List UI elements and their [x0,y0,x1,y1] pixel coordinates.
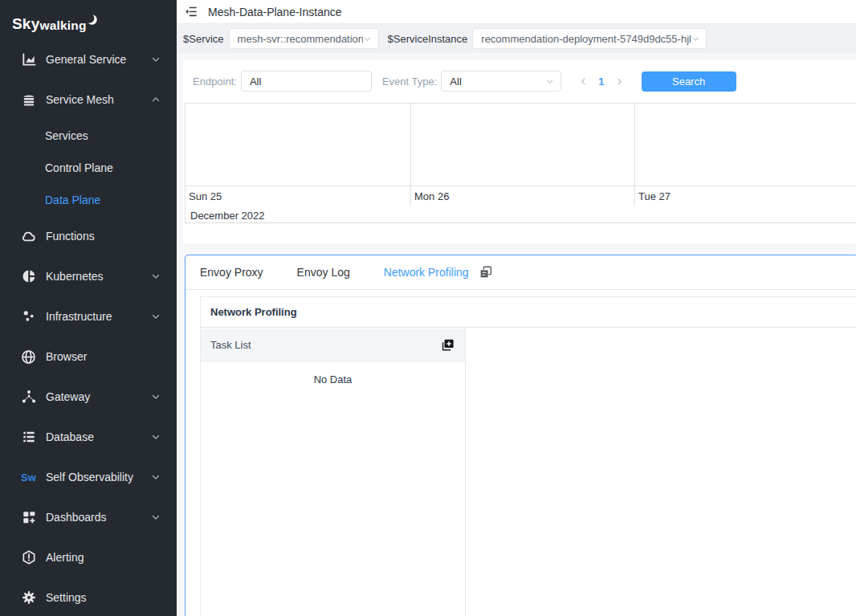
sidebar-item-label: Browser [46,350,87,363]
sidebar-item-label: General Service [46,53,126,66]
chevron-down-icon [151,472,161,482]
selector-bar: $Service mesh-svr::recommendation $Servi… [177,24,856,53]
calendar-month-label: December 2022 [185,206,856,223]
service-instance-label: $ServiceInstance [388,33,468,45]
sidebar-item-label: Gateway [46,390,90,403]
calendar-day-label: Mon 26 [411,186,634,202]
network-nodes-icon [20,389,37,406]
page-number[interactable]: 1 [598,75,604,88]
panel-title: Network Profiling [210,306,297,318]
page-header: Mesh-Data-Plane-Instance [177,0,856,24]
next-page-icon[interactable] [611,72,629,90]
calendar-day-row: Sun 25 Mon 26 Tue 27 [185,186,856,206]
task-list-header: Task List [201,328,465,361]
event-type-label: Event Type: [382,75,437,88]
chevron-down-icon [151,512,161,522]
tabs-bar: Envoy Proxy Envoy Log Network Profiling [185,255,856,290]
service-select[interactable]: mesh-svr::recommendation [229,28,379,49]
panel-title-row: Network Profiling [201,297,856,328]
sidebar-item-kubernetes[interactable]: Kubernetes [0,256,177,296]
sidebar-item-settings[interactable]: Settings [0,577,177,616]
events-calendar: Sun 25 Mon 26 Tue 27 December 2022 [185,103,856,223]
tab-network-profiling[interactable]: Network Profiling [384,266,469,279]
gear-icon [20,589,37,606]
detail-panel: Envoy Proxy Envoy Log Network Profiling … [185,255,856,616]
sidebar-item-services[interactable]: Services [0,120,177,152]
sidebar-item-label: Kubernetes [46,270,104,283]
task-list-title: Task List [210,339,251,351]
collapse-menu-icon[interactable] [185,5,198,18]
empty-state-text: No Data [201,373,465,386]
dashboard-grid-plus-icon [20,509,37,526]
sidebar-item-label: Data Plane [45,194,100,206]
database-rows-icon [20,429,37,446]
skywalking-sw-icon: Sw [20,469,37,486]
event-type-select[interactable]: All [441,71,561,92]
sidebar-item-service-mesh[interactable]: Service Mesh [0,80,177,120]
chevron-down-icon [151,271,161,281]
sidebar-item-gateway[interactable]: Gateway [0,377,177,417]
chevron-down-icon [151,312,161,321]
calendar-cell[interactable] [185,104,411,186]
layers-stack-icon [20,92,37,108]
chevron-down-icon [691,35,699,43]
chart-icon [20,51,37,68]
sidebar-item-control-plane[interactable]: Control Plane [0,152,177,184]
tab-envoy-log[interactable]: Envoy Log [297,266,350,279]
network-profiling-panel: Network Profiling Task List No Data [200,296,856,616]
sidebar-item-functions[interactable]: Functions [0,216,177,256]
dots-cluster-icon [20,308,37,325]
page-title: Mesh-Data-Plane-Instance [208,6,342,18]
service-instance-select[interactable]: recommendation-deployment-5749d9dc55-hjl… [472,28,707,49]
calendar-cell[interactable] [411,104,635,186]
app-logo[interactable]: Skywalking [0,0,177,39]
tab-envoy-proxy[interactable]: Envoy Proxy [200,266,263,279]
globe-icon [20,349,37,365]
endpoint-label: Endpoint: [193,75,237,88]
logo-text-walking: walking [39,18,86,33]
calendar-day-label: Tue 27 [635,186,856,202]
sidebar-item-label: Services [45,129,88,142]
sidebar-item-general-service[interactable]: General Service [0,39,177,80]
service-label: $Service [183,33,224,45]
search-button[interactable]: Search [642,71,736,92]
endpoint-input[interactable]: All [241,71,372,92]
chevron-down-icon [151,55,161,64]
content-area: Endpoint: All Event Type: All 1 [177,53,856,616]
chevron-down-icon [545,77,554,86]
sidebar-item-label: Dashboards [46,511,107,524]
sidebar-item-self-observability[interactable]: Sw Self Observability [0,457,177,497]
calendar-event-row [185,104,856,186]
sidebar-item-label: Self Observability [46,471,133,483]
calendar-cell[interactable] [635,104,856,186]
sidebar-item-dashboards[interactable]: Dashboards [0,497,177,537]
sidebar-item-label: Database [46,430,94,443]
copy-icon[interactable] [479,265,493,279]
crescent-moon-icon [88,14,98,26]
sidebar-item-label: Infrastructure [46,310,112,323]
chevron-down-icon [151,432,161,442]
sidebar-item-browser[interactable]: Browser [0,337,177,377]
filter-row: Endpoint: All Event Type: All 1 [183,60,856,92]
sidebar: Skywalking General Service Service Mesh … [0,0,177,616]
kubernetes-icon [20,268,37,285]
sidebar-item-label: Functions [46,230,95,243]
pagination: 1 [574,72,628,90]
main-area: Mesh-Data-Plane-Instance $Service mesh-s… [177,0,856,616]
chevron-down-icon [363,35,372,43]
sidebar-item-label: Settings [46,591,87,604]
task-list-column: Task List No Data [201,328,466,616]
calendar-day-label: Sun 25 [185,186,410,202]
sidebar-item-alerting[interactable]: Alerting [0,537,177,577]
sidebar-item-data-plane[interactable]: Data Plane [0,184,177,216]
sidebar-item-infrastructure[interactable]: Infrastructure [0,296,177,337]
sidebar-item-database[interactable]: Database [0,417,177,457]
chevron-up-icon [151,95,161,104]
prev-page-icon[interactable] [574,72,592,90]
create-task-icon[interactable] [440,337,455,353]
sidebar-item-label: Alerting [46,551,84,564]
task-detail-area [466,328,856,616]
cloud-icon [20,228,37,245]
chevron-down-icon [151,392,161,402]
sidebar-item-label: Service Mesh [46,93,114,106]
